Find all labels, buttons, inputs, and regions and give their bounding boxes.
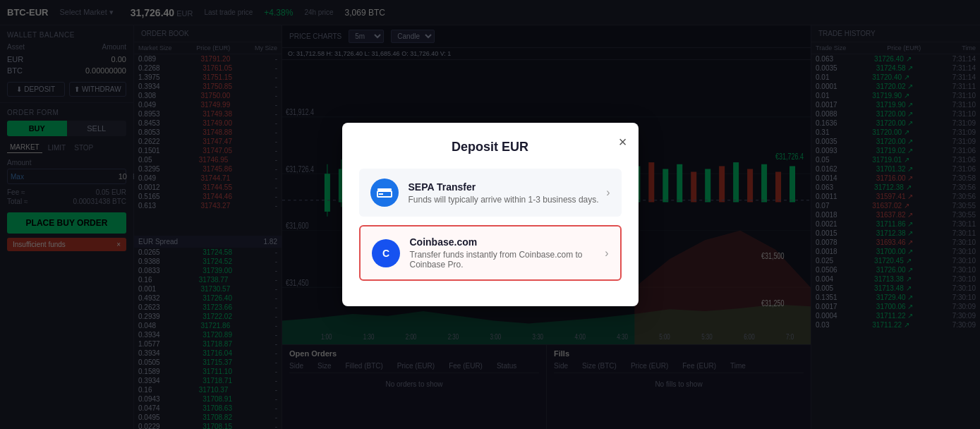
modal-overlay[interactable]: Deposit EUR × SEPA Transfer Funds will t… <box>0 0 980 429</box>
coinbase-option[interactable]: C Coinbase.com Transfer funds instantly … <box>359 225 622 281</box>
deposit-modal: Deposit EUR × SEPA Transfer Funds will t… <box>342 123 639 306</box>
coinbase-arrow-icon: › <box>605 247 608 260</box>
sepa-title: SEPA Transfer <box>409 181 599 193</box>
svg-text:C: C <box>382 248 389 259</box>
coinbase-option-text: Coinbase.com Transfer funds instantly fr… <box>410 236 609 270</box>
modal-close-button[interactable]: × <box>619 134 627 150</box>
modal-title: Deposit EUR <box>359 140 622 155</box>
sepa-desc: Funds will typically arrive within 1-3 b… <box>409 195 599 205</box>
sepa-option[interactable]: SEPA Transfer Funds will typically arriv… <box>359 169 622 217</box>
sepa-arrow-icon: › <box>606 186 610 199</box>
svg-rect-68 <box>379 193 383 195</box>
sepa-icon <box>370 179 399 207</box>
coinbase-icon: C <box>372 239 400 267</box>
svg-rect-66 <box>377 188 392 191</box>
coinbase-desc: Transfer funds instantly from Coinbase.c… <box>410 250 609 270</box>
sepa-option-text: SEPA Transfer Funds will typically arriv… <box>409 181 599 205</box>
coinbase-title: Coinbase.com <box>410 236 609 248</box>
